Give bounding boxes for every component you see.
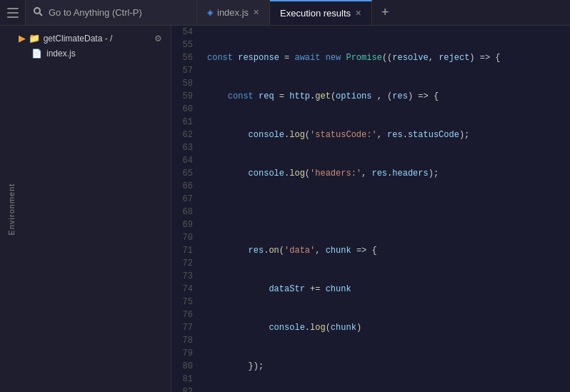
add-tab-button[interactable]: + bbox=[375, 3, 395, 23]
file-icon: 📄 bbox=[31, 49, 42, 59]
tab-label-index-js: index.js bbox=[217, 7, 249, 18]
folder-icon: ▶ 📁 bbox=[19, 33, 40, 44]
sidebar: Environment ▶ 📁 getClimateData - / ⚙ 📄 i… bbox=[0, 26, 171, 392]
svg-point-3 bbox=[34, 8, 40, 14]
tab-close-index-js[interactable]: ✕ bbox=[253, 8, 259, 17]
file-name: index.js bbox=[46, 49, 76, 59]
tab-label-execution-results: Execution results bbox=[280, 8, 351, 19]
env-label: Environment bbox=[7, 183, 16, 235]
search-area[interactable]: Go to Anything (Ctrl-P) bbox=[26, 0, 197, 25]
svg-rect-2 bbox=[7, 16, 19, 18]
tab-index-js[interactable]: ◈ index.js ✕ bbox=[197, 0, 270, 25]
tab-close-execution-results[interactable]: ✕ bbox=[355, 9, 361, 18]
svg-line-4 bbox=[40, 13, 43, 16]
sidebar-inner: ▶ 📁 getClimateData - / ⚙ 📄 index.js bbox=[0, 26, 171, 392]
gear-icon[interactable]: ⚙ bbox=[154, 34, 162, 44]
sidebar-file-index-js[interactable]: 📄 index.js bbox=[14, 46, 171, 61]
svg-rect-0 bbox=[7, 8, 19, 9]
search-icon bbox=[33, 6, 43, 19]
main-area: Environment ▶ 📁 getClimateData - / ⚙ 📄 i… bbox=[0, 26, 570, 392]
sidebar-toggle[interactable] bbox=[0, 0, 26, 25]
top-bar: Go to Anything (Ctrl-P) ◈ index.js ✕ Exe… bbox=[0, 0, 570, 26]
code-editor[interactable]: const response = await new Promise((reso… bbox=[200, 26, 570, 392]
tabs-area: ◈ index.js ✕ Execution results ✕ + bbox=[197, 0, 570, 25]
sidebar-folder[interactable]: ▶ 📁 getClimateData - / ⚙ bbox=[14, 30, 171, 46]
svg-rect-1 bbox=[7, 12, 19, 14]
editor-area[interactable]: 54 55 56 57 58 59 60 61 62 63 64 65 66 6… bbox=[171, 26, 570, 392]
tab-execution-results[interactable]: Execution results ✕ bbox=[270, 0, 372, 25]
folder-name: getClimateData - / bbox=[44, 34, 113, 44]
file-tab-icon: ◈ bbox=[207, 8, 213, 17]
search-placeholder: Go to Anything (Ctrl-P) bbox=[49, 7, 142, 18]
line-numbers: 54 55 56 57 58 59 60 61 62 63 64 65 66 6… bbox=[171, 26, 200, 392]
